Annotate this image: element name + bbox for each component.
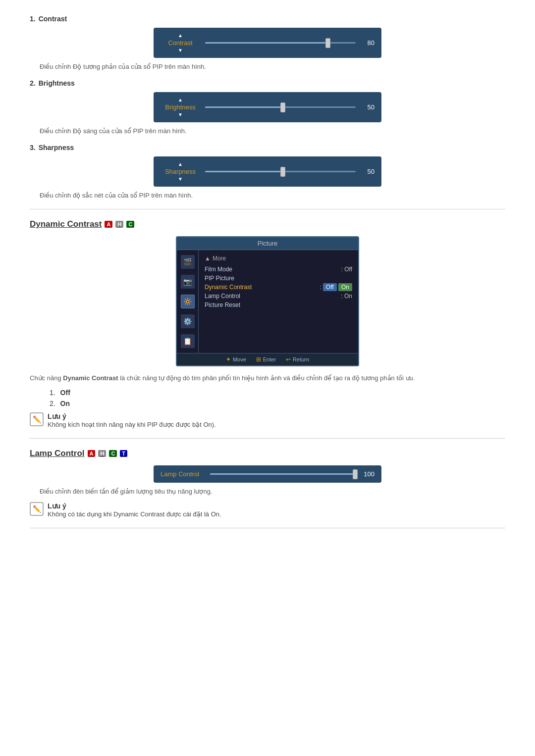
lamp-slider-box: Lamp Control 100 <box>154 465 381 483</box>
contrast-arrow-down: ▼ <box>178 48 183 53</box>
brightness-track-area <box>200 106 361 108</box>
contrast-label: 1.Contrast <box>30 15 505 23</box>
dc-off-num: 1. <box>50 389 55 397</box>
sharpness-number: 3. <box>30 144 36 151</box>
osd-menu-items: ▲ More Film Mode : Off PIP Picture Dynam… <box>199 250 358 353</box>
osd-item-lampcontrol: Lamp Control : On <box>205 293 352 300</box>
osd-dynamiccontrast-value: : Off On <box>320 284 352 291</box>
lamp-thumb[interactable] <box>353 469 358 479</box>
sharpness-label: 3.Sharpness <box>30 144 505 151</box>
contrast-arrow-up: ▲ <box>178 33 183 38</box>
lamp-badge-h: H <box>98 450 106 457</box>
sharpness-desc: Điều chỉnh độ sắc nét của cửa sổ PIP trê… <box>40 192 505 199</box>
contrast-track-area <box>200 42 361 44</box>
osd-title: Picture <box>258 240 277 247</box>
sharpness-track-area <box>200 171 361 172</box>
dc-on-num: 2. <box>50 400 55 407</box>
lamp-note-text: Không có tác dụng khi Dynamic Contrast đ… <box>48 510 221 518</box>
contrast-title: Contrast <box>39 15 67 23</box>
lamp-control-desc: Điều chỉnh đèn biến tần để giảm lượng ti… <box>40 488 505 495</box>
osd-title-bar: Picture <box>177 237 358 250</box>
brightness-fill <box>205 106 280 108</box>
lamp-badge-c: C <box>109 450 117 457</box>
brightness-slider-box: ▲ Brightness ▼ 50 <box>154 92 381 122</box>
osd-item-filmmode: Film Mode : Off <box>205 266 352 273</box>
osd-footer-return: ↩ Return <box>286 356 309 363</box>
contrast-value: 80 <box>361 39 374 47</box>
lamp-control-section: Lamp Control A H C T Lamp Control 100 Đi… <box>30 449 505 518</box>
badge-a: A <box>105 221 112 228</box>
badge-c: C <box>126 221 134 228</box>
osd-footer: ✦ Move ⊞ Enter ↩ Return <box>177 353 358 365</box>
sharpness-value: 50 <box>361 168 374 175</box>
lamp-note-icon: ✏️ <box>30 502 44 516</box>
osd-item-pippicture: PIP Picture <box>205 275 352 282</box>
contrast-item: 1.Contrast ▲ Contrast ▼ 80 Điều chỉnh Độ… <box>30 15 505 70</box>
lamp-note-label: Lưu ý <box>48 502 66 510</box>
more-label: More <box>213 255 226 262</box>
dynamic-contrast-note: ✏️ Lưu ý Không kích hoạt tính năng này k… <box>30 412 505 428</box>
note-content: Lưu ý Không kích hoạt tính năng này khi … <box>48 412 216 428</box>
osd-filmmode-label: Film Mode <box>205 266 232 273</box>
dc-off-label: Off <box>60 389 70 397</box>
footer-return-label: Return <box>293 356 309 362</box>
osd-item-picturereset: Picture Reset <box>205 302 352 308</box>
divider-3 <box>30 528 505 528</box>
contrast-fill <box>205 42 325 44</box>
contrast-slider-box: ▲ Contrast ▼ 80 <box>154 28 381 58</box>
contrast-track <box>205 42 356 44</box>
sharpness-item: 3.Sharpness ▲ Sharpness ▼ 50 Điều chỉnh … <box>30 144 505 199</box>
osd-dc-on: On <box>338 283 352 291</box>
contrast-section: 1.Contrast ▲ Contrast ▼ 80 Điều chỉnh Độ… <box>30 15 505 199</box>
sharpness-arrow-up: ▲ <box>178 161 183 167</box>
osd-content: 🎬 📷 🔆 ⚙️ 📋 ▲ More Film Mode : Off PIP Pi… <box>177 250 358 353</box>
note-label: Lưu ý <box>48 412 66 420</box>
sharpness-thumb[interactable] <box>280 167 285 177</box>
osd-pippicture-label: PIP Picture <box>205 275 234 282</box>
lamp-control-title-text: Lamp Control <box>30 449 85 458</box>
osd-picturereset-label: Picture Reset <box>205 302 240 308</box>
contrast-number: 1. <box>30 15 36 23</box>
sharpness-title: Sharpness <box>39 144 74 151</box>
sharpness-slider-label: Sharpness <box>165 168 196 175</box>
return-icon: ↩ <box>286 356 291 363</box>
dynamic-contrast-title-text: Dynamic Contrast <box>30 219 102 229</box>
enter-icon: ⊞ <box>256 356 261 363</box>
contrast-thumb[interactable] <box>325 38 330 48</box>
brightness-item: 2.Brightness ▲ Brightness ▼ 50 Điều chỉn… <box>30 79 505 135</box>
osd-footer-move: ✦ Move <box>226 356 246 363</box>
osd-icons: 🎬 📷 🔆 ⚙️ 📋 <box>177 250 199 353</box>
brightness-desc: Điều chỉnh Độ sáng của cửa sổ PIP trên m… <box>40 127 505 135</box>
dynamic-contrast-sub-list: 1. Off 2. On <box>50 389 505 407</box>
brightness-slider-label: Brightness <box>165 103 195 111</box>
footer-move-label: Move <box>233 356 246 362</box>
brightness-title: Brightness <box>39 79 75 87</box>
sharpness-arrow-down: ▼ <box>178 176 183 182</box>
lamp-slider-label: Lamp Control <box>160 470 205 478</box>
brightness-thumb[interactable] <box>280 102 285 112</box>
contrast-slider-label-area: ▲ Contrast ▼ <box>160 33 200 53</box>
osd-lampcontrol-label: Lamp Control <box>205 293 240 300</box>
osd-menu: Picture 🎬 📷 🔆 ⚙️ 📋 ▲ More Film Mode : Of… <box>176 236 359 366</box>
more-arrow: ▲ <box>205 255 211 262</box>
osd-dynamiccontrast-label: Dynamic Contrast <box>205 284 252 291</box>
osd-lampcontrol-value: : On <box>341 293 352 300</box>
contrast-desc: Điều chỉnh Độ tương phản của cửa sổ PIP … <box>40 63 505 70</box>
osd-icon-4: ⚙️ <box>181 314 195 328</box>
brightness-arrow-down: ▼ <box>178 112 183 117</box>
brightness-value: 50 <box>361 103 374 111</box>
lamp-fill <box>210 473 356 475</box>
osd-icon-2: 📷 <box>181 275 195 289</box>
osd-item-dynamiccontrast: Dynamic Contrast : Off On <box>205 284 352 291</box>
note-text: Không kích hoạt tính năng này khi PIP đư… <box>48 421 216 428</box>
brightness-number: 2. <box>30 79 36 87</box>
lamp-track-area <box>205 473 361 475</box>
dc-off-item: 1. Off <box>50 389 505 397</box>
divider-2 <box>30 438 505 439</box>
brightness-arrow-up: ▲ <box>178 97 183 102</box>
contrast-slider-label: Contrast <box>168 39 192 47</box>
osd-icon-5: 📋 <box>181 334 195 348</box>
sharpness-fill <box>205 171 280 172</box>
osd-filmmode-value: : Off <box>341 266 352 273</box>
sharpness-slider-label-area: ▲ Sharpness ▼ <box>160 161 200 182</box>
